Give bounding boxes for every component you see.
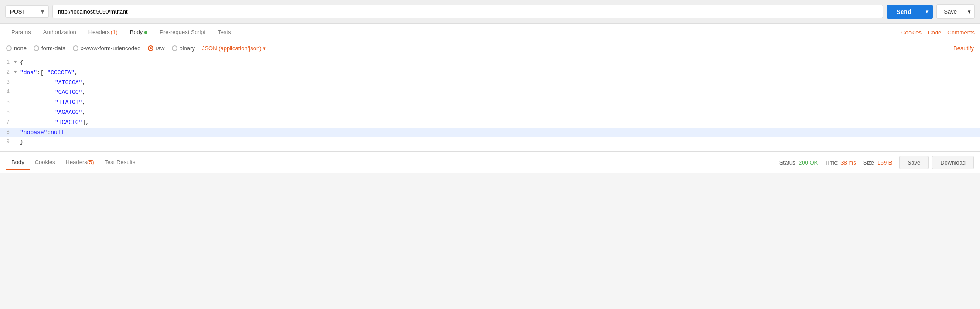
none-radio bbox=[6, 45, 12, 51]
bottom-tab-cookies-label: Cookies bbox=[35, 159, 55, 165]
code-content-9: } bbox=[20, 138, 980, 147]
bottom-download-button[interactable]: Download bbox=[932, 156, 974, 169]
line-num-6: 6 bbox=[0, 108, 14, 117]
tab-tests[interactable]: Tests bbox=[211, 24, 237, 41]
code-line-5: 5 "TTATGT", bbox=[0, 98, 980, 108]
save-button[interactable]: Save bbox=[937, 5, 964, 18]
urlencoded-radio bbox=[73, 45, 78, 51]
code-content-1: { bbox=[20, 58, 980, 68]
json-type-select[interactable]: JSON (application/json) ▾ bbox=[202, 45, 266, 52]
bottom-save-button[interactable]: Save bbox=[899, 156, 929, 169]
size-value: 169 B bbox=[878, 159, 892, 166]
code-content-5: "TTATGT", bbox=[20, 98, 980, 107]
body-options-bar: none form-data x-www-form-urlencoded raw… bbox=[0, 41, 980, 55]
binary-radio bbox=[172, 45, 177, 51]
comments-link[interactable]: Comments bbox=[947, 29, 975, 36]
headers-badge: (1) bbox=[111, 29, 118, 35]
bottom-tab-body[interactable]: Body bbox=[6, 155, 30, 170]
line-num-2: 2 bbox=[0, 69, 14, 77]
code-line-6: 6 "AGAAGG", bbox=[0, 108, 980, 118]
code-link[interactable]: Code bbox=[928, 29, 941, 36]
body-opt-none[interactable]: none bbox=[6, 45, 27, 52]
urlencoded-label: x-www-form-urlencoded bbox=[81, 45, 141, 52]
bottom-tab-test-results[interactable]: Test Results bbox=[99, 155, 141, 170]
code-content-6: "AGAAGG", bbox=[20, 108, 980, 117]
bottom-buttons: Save Download bbox=[899, 156, 974, 169]
json-dropdown-icon: ▾ bbox=[263, 45, 266, 52]
line-num-1: 1 bbox=[0, 58, 14, 67]
tab-pre-request-script[interactable]: Pre-request Script bbox=[153, 24, 211, 41]
code-line-9: 9 } bbox=[0, 137, 980, 148]
tabs-bar: Params Authorization Headers(1) Body Pre… bbox=[0, 24, 980, 41]
tab-params[interactable]: Params bbox=[5, 24, 37, 41]
line-num-7: 7 bbox=[0, 118, 14, 127]
method-chevron-icon: ▾ bbox=[41, 8, 44, 15]
cookies-link[interactable]: Cookies bbox=[901, 29, 922, 36]
bottom-status: Status: 200 OK Time: 38 ms Size: 169 B bbox=[779, 159, 892, 166]
bottom-tab-test-results-label: Test Results bbox=[105, 159, 136, 165]
code-content-8: "nobase":null bbox=[20, 128, 980, 137]
bottom-tab-cookies[interactable]: Cookies bbox=[30, 155, 61, 170]
bottom-bar: Body Cookies Headers(5) Test Results Sta… bbox=[0, 151, 980, 173]
line-toggle-1[interactable]: ▼ bbox=[14, 58, 20, 66]
code-line-4: 4 "CAGTGC", bbox=[0, 88, 980, 98]
send-dropdown-button[interactable]: ▾ bbox=[921, 5, 933, 19]
time-value: 38 ms bbox=[840, 159, 856, 166]
size-item: Size: 169 B bbox=[863, 159, 892, 166]
body-opt-urlencoded[interactable]: x-www-form-urlencoded bbox=[73, 45, 141, 52]
method-value: POST bbox=[10, 8, 25, 15]
body-opt-form-data[interactable]: form-data bbox=[34, 45, 66, 52]
bottom-tab-body-label: Body bbox=[11, 159, 24, 165]
form-data-label: form-data bbox=[41, 45, 66, 52]
bottom-tab-headers[interactable]: Headers(5) bbox=[61, 155, 99, 170]
beautify-button[interactable]: Beautify bbox=[953, 45, 974, 52]
status-label: Status: bbox=[779, 159, 797, 166]
code-line-7: 7 "TCACTG"], bbox=[0, 118, 980, 128]
tabs-left: Params Authorization Headers(1) Body Pre… bbox=[5, 24, 901, 41]
code-content-3: "ATGCGA", bbox=[20, 79, 980, 88]
url-input[interactable] bbox=[52, 5, 883, 18]
line-num-4: 4 bbox=[0, 88, 14, 96]
code-content-7: "TCACTG"], bbox=[20, 118, 980, 127]
line-num-8: 8 bbox=[0, 128, 14, 137]
save-chevron-icon: ▾ bbox=[968, 8, 971, 15]
tabs-right: Cookies Code Comments bbox=[901, 29, 975, 36]
send-chevron-icon: ▾ bbox=[926, 8, 929, 15]
body-opt-binary[interactable]: binary bbox=[172, 45, 195, 52]
body-opt-raw[interactable]: raw bbox=[148, 45, 165, 52]
save-button-group: Save ▾ bbox=[936, 4, 975, 19]
code-line-2: 2 ▼ "dna":[ "CCCCTA", bbox=[0, 68, 980, 78]
code-content-2: "dna":[ "CCCCTA", bbox=[20, 69, 980, 78]
status-value: 200 OK bbox=[799, 159, 818, 166]
tab-authorization[interactable]: Authorization bbox=[37, 24, 82, 41]
code-content-4: "CAGTGC", bbox=[20, 88, 980, 97]
send-button-group: Send ▾ bbox=[887, 5, 933, 19]
form-data-radio bbox=[34, 45, 39, 51]
code-line-8: 8 "nobase":null bbox=[0, 128, 980, 138]
raw-radio bbox=[148, 45, 153, 51]
tab-body[interactable]: Body bbox=[124, 24, 154, 41]
code-line-3: 3 "ATGCGA", bbox=[0, 78, 980, 88]
status-item: Status: 200 OK bbox=[779, 159, 818, 166]
send-button[interactable]: Send bbox=[887, 5, 921, 19]
none-label: none bbox=[14, 45, 27, 52]
save-dropdown-button[interactable]: ▾ bbox=[964, 5, 974, 18]
line-num-9: 9 bbox=[0, 138, 14, 146]
bottom-tab-headers-label: Headers bbox=[66, 159, 87, 165]
code-editor[interactable]: 1 ▼ { 2 ▼ "dna":[ "CCCCTA", 3 "ATGCGA", … bbox=[0, 55, 980, 151]
size-label: Size: bbox=[863, 159, 876, 166]
json-label: JSON (application/json) bbox=[202, 45, 262, 52]
code-line-1: 1 ▼ { bbox=[0, 58, 980, 68]
line-toggle-2[interactable]: ▼ bbox=[14, 69, 20, 76]
bottom-tabs: Body Cookies Headers(5) Test Results bbox=[6, 155, 140, 170]
binary-label: binary bbox=[180, 45, 195, 52]
method-select[interactable]: POST ▾ bbox=[5, 5, 49, 18]
raw-label: raw bbox=[156, 45, 165, 52]
body-dot bbox=[144, 31, 147, 34]
line-num-3: 3 bbox=[0, 79, 14, 87]
tab-headers[interactable]: Headers(1) bbox=[82, 24, 124, 41]
top-bar: POST ▾ Send ▾ Save ▾ bbox=[0, 0, 980, 24]
line-num-5: 5 bbox=[0, 98, 14, 106]
time-label: Time: bbox=[825, 159, 839, 166]
time-item: Time: 38 ms bbox=[825, 159, 856, 166]
